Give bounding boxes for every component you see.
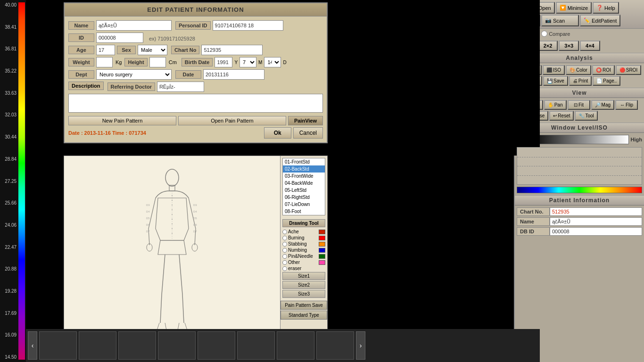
date-time-text: Date : 2013-11-16 Time : 071734 — [68, 130, 262, 136]
roi-btn[interactable]: ⭕ ROI — [592, 65, 615, 75]
compare-option[interactable]: Compare — [541, 31, 570, 37]
thumbnail-8[interactable] — [316, 331, 354, 360]
ok-btn[interactable]: Ok — [264, 127, 291, 139]
help-btn[interactable]: ❓ Help — [593, 2, 619, 14]
thumb-nav-right[interactable]: › — [356, 331, 365, 360]
id-label: ID — [68, 33, 94, 42]
thumbnail-2[interactable] — [79, 331, 116, 360]
open-pain-pattern-btn[interactable]: Open Pain Pattern — [178, 116, 286, 125]
pain-list-item[interactable]: 07-LieDown — [283, 201, 325, 208]
edit-patient-btn[interactable]: ✏️ EditPatient — [580, 15, 620, 26]
wl-high-label: High — [631, 137, 642, 142]
dialog-title: EDIT PATIENT INFORMATION — [65, 3, 327, 16]
pin-needle-radio[interactable] — [282, 254, 287, 259]
pain-list-item[interactable]: 05-LeftStd — [283, 187, 325, 194]
svg-point-8 — [172, 209, 173, 210]
personal-id-row: Personal ID — [175, 20, 283, 31]
body-figure-svg: D3 D3 D4 D4 D5 D5 D6 D6 D7 D7 — [144, 167, 200, 346]
pain-list-item[interactable]: 08-Foot — [283, 208, 325, 215]
reset-btn[interactable]: ↩ Reset — [549, 111, 574, 121]
numbing-radio[interactable] — [282, 248, 287, 253]
minimize-btn[interactable]: 🔽 Minimize — [556, 2, 592, 14]
date-row: Date — [175, 69, 264, 80]
scan-btn[interactable]: 📷 Scan — [541, 15, 579, 26]
fit-label: Fit — [578, 102, 584, 107]
height-input[interactable] — [149, 57, 166, 67]
birth-month-select[interactable]: 7 — [239, 57, 256, 67]
id-input[interactable] — [96, 33, 143, 43]
burning-radio[interactable] — [282, 236, 287, 240]
pain-list-item[interactable]: 01-FrontStd — [283, 158, 325, 165]
size1-btn[interactable]: Size1 — [282, 272, 325, 280]
thumb-nav-left[interactable]: ‹ — [28, 331, 37, 360]
description-textarea[interactable] — [68, 94, 323, 113]
thumbnail-6[interactable] — [237, 331, 275, 360]
thumbnail-3[interactable] — [118, 331, 156, 360]
matrix-4x4-btn[interactable]: 4×4 — [580, 41, 600, 51]
body-diagram[interactable]: D3 D3 D4 D4 D5 D5 D6 D6 D7 D7 — [64, 156, 280, 358]
pain-pattern-save-btn[interactable]: Pain Pattern Save — [281, 301, 327, 310]
form-row-6: Description Referring Doctor — [68, 82, 323, 94]
new-pain-pattern-btn[interactable]: New Pain Pattern — [68, 116, 176, 125]
print-label: Print — [578, 78, 588, 83]
sex-select[interactable]: Male Female — [138, 45, 167, 55]
ref-doctor-input[interactable] — [157, 82, 204, 92]
mag-btn[interactable]: 🔎 Mag — [591, 100, 614, 110]
form-row-3: Age Sex Male Female Chart No — [68, 45, 323, 57]
color-bar-label-item: 24.06 — [1, 222, 17, 228]
compare-radio[interactable] — [541, 31, 547, 37]
edit-patient-icon: ✏️ — [584, 17, 590, 24]
fit-btn[interactable]: ⊡ Fit — [568, 100, 590, 110]
id-example: ex) 7109171025928 — [147, 33, 197, 45]
sroi-btn[interactable]: 🔴 SROI — [616, 65, 641, 75]
pain-list-item[interactable]: 02-BackStd — [283, 165, 325, 173]
age-input[interactable] — [96, 45, 115, 55]
pain-list[interactable]: 01-FrontStd02-BackStd03-FrontWide04-Back… — [282, 158, 325, 215]
page-icon: 📄 — [596, 78, 602, 83]
stabbing-label: Stabbing — [288, 241, 318, 247]
thumbnail-4[interactable] — [158, 331, 196, 360]
thumbnail-5[interactable] — [198, 331, 235, 360]
save-btn[interactable]: 💾 Save — [543, 76, 568, 86]
drawing-tool-header: Drawing Tool — [282, 219, 325, 227]
birth-year-input[interactable] — [215, 57, 232, 67]
tool-btn[interactable]: 🔧 Tool — [575, 111, 597, 121]
thumbnail-1[interactable] — [39, 331, 77, 360]
burning-color — [319, 236, 325, 240]
weight-input[interactable] — [96, 57, 113, 67]
wl-slider-area[interactable] — [517, 147, 642, 185]
size2-btn[interactable]: Size2 — [282, 281, 325, 289]
pain-list-item[interactable]: 03-FrontWide — [283, 173, 325, 180]
print-btn[interactable]: 🖨 Print — [569, 76, 592, 86]
thumbnail-7[interactable] — [277, 331, 314, 360]
ache-radio[interactable] — [282, 230, 287, 234]
date-input[interactable] — [203, 69, 264, 80]
size3-btn[interactable]: Size3 — [282, 290, 325, 298]
color-bar-label-item: 28.84 — [1, 156, 17, 162]
pan-btn[interactable]: ✋ Pan — [544, 100, 567, 110]
other-radio[interactable] — [282, 260, 287, 265]
wl-gradient-bar[interactable] — [529, 135, 629, 144]
iso-btn[interactable]: ⬛ ISO — [543, 65, 565, 75]
flip-icon: ↔ — [620, 102, 625, 107]
name-input[interactable] — [96, 20, 172, 31]
edit-patient-dialog: EDIT PATIENT INFORMATION Name Personal I… — [64, 2, 328, 143]
ache-tool-row: Ache — [282, 229, 325, 234]
matrix-2x2-btn[interactable]: 2×2 — [538, 41, 558, 51]
personal-id-input[interactable] — [213, 20, 283, 31]
cancel-btn[interactable]: Cancel — [293, 127, 323, 139]
stabbing-radio[interactable] — [282, 242, 287, 247]
flip-btn[interactable]: ↔ Flip — [615, 100, 638, 110]
color-btn[interactable]: 🎨 Color — [566, 65, 591, 75]
reset-icon: ↩ — [553, 113, 557, 118]
pain-list-item[interactable]: 04-BackWide — [283, 180, 325, 187]
pain-list-item[interactable]: 06-RightStd — [283, 194, 325, 201]
standard-type-btn[interactable]: Standard Type — [281, 311, 327, 320]
birth-day-select[interactable]: 14 — [264, 57, 281, 67]
chart-no-input[interactable] — [201, 45, 263, 55]
page-btn[interactable]: 📄 Page.. — [593, 76, 620, 86]
dept-select[interactable]: Neuro surgery — [96, 69, 172, 80]
eraser-radio[interactable] — [282, 266, 287, 271]
matrix-3x3-btn[interactable]: 3×3 — [559, 41, 579, 51]
pain-view-btn[interactable]: PainView — [288, 116, 323, 125]
